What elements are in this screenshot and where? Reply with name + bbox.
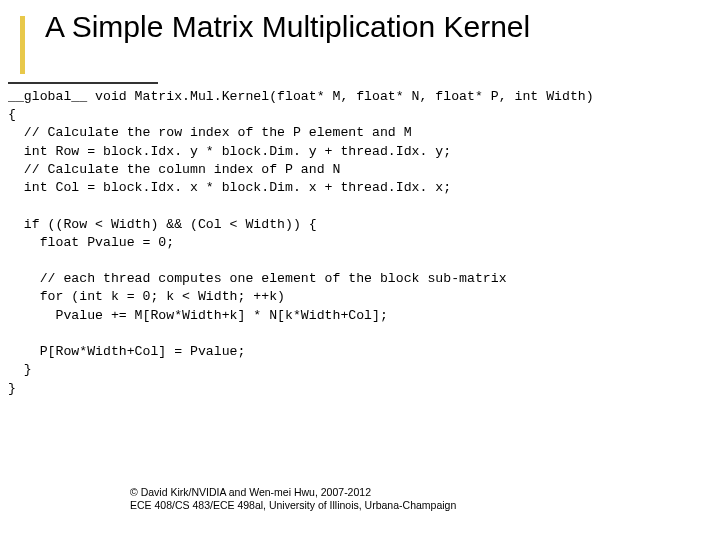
footer-line-2: ECE 408/CS 483/ECE 498al, University of … xyxy=(130,499,456,512)
accent-bar xyxy=(20,16,25,74)
slide: A Simple Matrix Multiplication Kernel __… xyxy=(0,0,720,540)
footer: © David Kirk/NVIDIA and Wen-mei Hwu, 200… xyxy=(130,486,456,512)
code-block: __global__ void Matrix.Mul.Kernel(float*… xyxy=(8,88,720,398)
footer-line-1: © David Kirk/NVIDIA and Wen-mei Hwu, 200… xyxy=(130,486,456,499)
title-area: A Simple Matrix Multiplication Kernel xyxy=(20,10,710,74)
slide-title: A Simple Matrix Multiplication Kernel xyxy=(45,10,530,45)
title-underline xyxy=(8,82,158,84)
